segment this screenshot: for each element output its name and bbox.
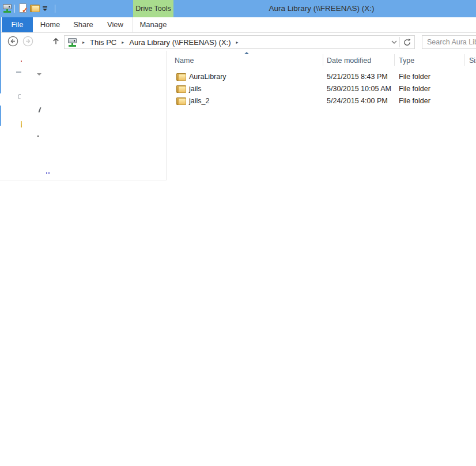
ribbon-tab-row: File Home Share View Manage — [0, 17, 476, 33]
column-header-size[interactable]: Size — [469, 55, 476, 66]
artifact-dot — [48, 172, 50, 174]
window-drive-icon[interactable] — [3, 4, 12, 13]
artifact-slash — [39, 107, 41, 112]
tab-home[interactable]: Home — [33, 17, 67, 32]
address-separator — [399, 37, 400, 47]
qat-properties-button[interactable]: ✓ — [19, 3, 27, 13]
drive-tools-group[interactable]: Drive Tools — [133, 0, 173, 17]
address-bar[interactable]: ▸ This PC ▸ Aura Library (\\FREENAS) (X:… — [64, 35, 415, 49]
location-drive-icon — [68, 38, 77, 47]
folder-icon — [176, 73, 186, 81]
artifact-dash — [16, 72, 21, 73]
column-separator[interactable] — [394, 54, 395, 66]
recent-pages-dropdown[interactable] — [37, 73, 41, 76]
qat-new-folder-button[interactable] — [30, 5, 40, 12]
column-separator[interactable] — [323, 54, 323, 66]
pane-bottom-edge — [0, 180, 167, 181]
file-row[interactable]: jails 5/30/2015 10:05 AM File folder — [166, 83, 476, 95]
back-button[interactable] — [7, 36, 18, 47]
chevron-down-icon — [43, 6, 47, 10]
file-row[interactable]: AuraLibrary 5/21/2015 8:43 PM File folde… — [166, 71, 476, 83]
address-dropdown-chevron-icon[interactable] — [391, 40, 397, 44]
file-type: File folder — [399, 71, 430, 83]
file-date-modified: 5/24/2015 4:00 PM — [327, 95, 388, 107]
network-drive-icon — [3, 4, 12, 13]
file-type: File folder — [399, 83, 430, 95]
explorer-window: ✓ Drive Tools Aura Library (\\FREENAS) (… — [0, 0, 476, 466]
search-box — [422, 35, 476, 49]
file-name: jails_2 — [189, 95, 209, 107]
file-type: File folder — [399, 95, 430, 107]
forward-button[interactable] — [22, 36, 33, 47]
column-header-type[interactable]: Type — [399, 55, 414, 66]
tab-file[interactable]: File — [2, 17, 33, 32]
artifact-dot — [37, 136, 39, 137]
window-border-left — [0, 106, 1, 126]
file-date-modified: 5/30/2015 10:05 AM — [327, 83, 391, 95]
column-separator[interactable] — [464, 54, 465, 66]
artifact-hook — [18, 94, 21, 99]
column-header-date-modified[interactable]: Date modified — [327, 55, 371, 66]
folder-icon — [30, 5, 40, 12]
artifact-yellow-bar — [21, 121, 22, 127]
sort-ascending-icon — [244, 52, 249, 54]
file-date-modified: 5/21/2015 8:43 PM — [327, 71, 388, 83]
artifact-dot — [21, 61, 22, 62]
artifact-dot — [46, 172, 47, 174]
breadcrumb-arrow-icon[interactable]: ▸ — [80, 40, 88, 45]
tab-manage[interactable]: Manage — [133, 17, 173, 32]
tab-view[interactable]: View — [99, 17, 131, 32]
file-row[interactable]: jails_2 5/24/2015 4:00 PM File folder — [166, 95, 476, 107]
breadcrumb-arrow-icon[interactable]: ▸ — [119, 40, 127, 45]
qat-customize-dropdown[interactable] — [43, 6, 47, 10]
title-bar: ✓ Drive Tools Aura Library (\\FREENAS) (… — [0, 0, 476, 17]
tab-separator — [132, 17, 133, 32]
folder-icon — [176, 97, 186, 105]
window-border-left — [0, 17, 1, 93]
folder-icon — [176, 85, 186, 93]
properties-icon: ✓ — [19, 3, 27, 13]
breadcrumb-this-pc[interactable]: This PC — [88, 38, 119, 47]
window-title: Aura Library (\\FREENAS) (X:) — [269, 0, 374, 17]
up-button[interactable] — [51, 36, 61, 46]
breadcrumb-current-location[interactable]: Aura Library (\\FREENAS) (X:) — [127, 38, 233, 47]
navigation-pane-divider[interactable] — [166, 51, 167, 181]
titlebar-separator — [14, 5, 15, 13]
breadcrumb-arrow-icon[interactable]: ▸ — [233, 40, 241, 45]
check-icon: ✓ — [22, 6, 28, 14]
file-name: AuraLibrary — [189, 71, 226, 83]
titlebar-separator — [55, 5, 55, 13]
refresh-button[interactable] — [403, 38, 411, 47]
search-input[interactable] — [422, 36, 476, 48]
tab-share[interactable]: Share — [67, 17, 99, 32]
breadcrumb: ▸ This PC ▸ Aura Library (\\FREENAS) (X:… — [80, 36, 241, 48]
column-header-name[interactable]: Name — [175, 55, 194, 66]
file-name: jails — [189, 83, 202, 95]
